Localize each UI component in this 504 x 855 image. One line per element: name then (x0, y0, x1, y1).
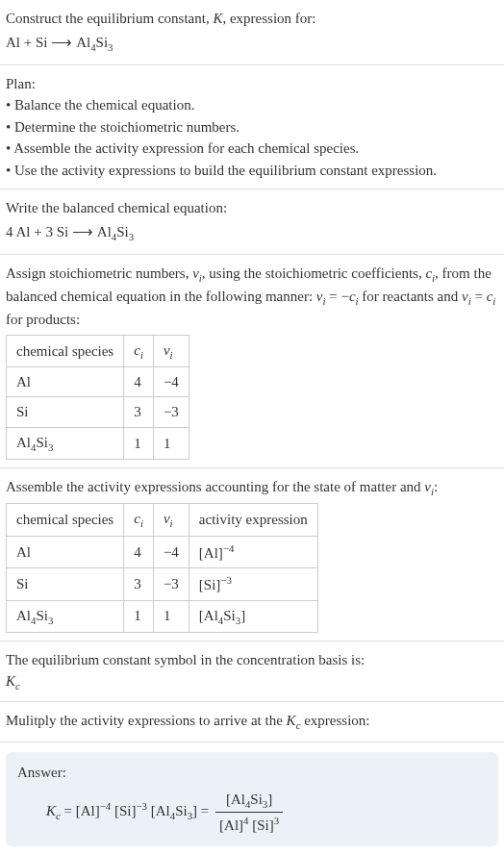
cell-c: 1 (124, 427, 154, 459)
col-species: chemical species (7, 504, 124, 536)
text: ] (267, 792, 272, 807)
text: = (471, 289, 487, 304)
fraction: [Al4Si3][Al]4 [Si]3 (215, 789, 283, 837)
text: Si (36, 608, 48, 623)
superscript: −3 (220, 574, 232, 586)
plan-item: Use the activity expressions to build th… (6, 160, 498, 182)
activity-table: chemical species ci νi activity expressi… (6, 503, 318, 632)
cell-species: Al (7, 366, 124, 397)
text: [Al (226, 792, 245, 807)
cell-nu: 1 (153, 600, 189, 632)
c-symbol: c (134, 342, 140, 358)
cell-nu: −3 (153, 568, 189, 601)
superscript: 4 (243, 815, 248, 826)
subscript: i (492, 295, 495, 307)
col-c: ci (124, 335, 154, 366)
text: Si (96, 35, 109, 50)
text: Si (223, 608, 236, 623)
text: , using the stoichiometric coefficients, (202, 265, 426, 281)
equals: = (61, 803, 76, 818)
text: Al (16, 608, 31, 623)
cell-nu: −4 (153, 366, 189, 397)
subscript: 3 (129, 231, 134, 242)
nu-symbol: ν (192, 265, 199, 281)
superscript: −4 (223, 542, 235, 554)
term: [Al] (76, 803, 100, 818)
text: Al (16, 435, 31, 450)
table-row: Al 4 −4 [Al]−4 (7, 536, 318, 568)
symbol-section: The equilibrium constant symbol in the c… (0, 641, 504, 703)
subscript: i (170, 349, 173, 361)
cell-c: 3 (124, 397, 154, 428)
text: for reactants and (359, 289, 462, 304)
text: [Al] (219, 817, 243, 833)
table-row: Si 3 −3 [Si]−3 (7, 568, 318, 601)
cell-nu: −3 (153, 397, 189, 428)
balanced-heading: Write the balanced chemical equation: (6, 197, 498, 219)
reaction-arrow: ⟶ (72, 224, 94, 239)
col-species: chemical species (7, 335, 124, 366)
k-symbol: K (6, 673, 15, 689)
text: Al (97, 224, 112, 239)
col-c: ci (124, 504, 154, 536)
reaction-arrow: ⟶ (51, 35, 73, 50)
reaction-rhs: Al4Si3 (97, 224, 134, 239)
cell-nu: −4 (153, 536, 189, 568)
cell-species: Si (7, 568, 124, 601)
plan-item: Assemble the activity expression for eac… (6, 138, 498, 160)
c-symbol: c (134, 511, 140, 526)
text: = − (325, 289, 348, 304)
reaction-lhs: Al + Si (6, 35, 47, 50)
nu-symbol: ν (462, 289, 468, 304)
stoich-section: Assign stoichiometric numbers, νi, using… (0, 255, 504, 468)
cell-species: Al4Si3 (7, 600, 124, 632)
text: Assemble the activity expressions accoun… (6, 479, 424, 494)
text: [Al] (199, 545, 223, 561)
col-nu: νi (153, 335, 189, 366)
reaction-rhs: Al4Si3 (76, 35, 113, 50)
superscript: −4 (100, 800, 112, 812)
prompt-line1: Construct the equilibrium constant, K, e… (6, 8, 498, 30)
subscript: 3 (48, 441, 53, 453)
plan-heading: Plan: (6, 73, 498, 95)
text: , expression for: (222, 11, 315, 26)
answer-label: Answer: (17, 762, 487, 784)
kc-symbol: Kc (6, 670, 498, 693)
cell-c: 3 (124, 568, 154, 601)
text: Si (36, 435, 48, 450)
balanced-reaction: 4 Al + 3 Si ⟶ Al4Si3 (6, 221, 498, 244)
superscript: 3 (274, 815, 279, 826)
cell-nu: 1 (153, 427, 189, 459)
cell-activity: [Si]−3 (189, 568, 317, 601)
text: Mulitply the activity expressions to arr… (6, 713, 287, 728)
text: [Al (199, 608, 218, 623)
col-nu: νi (153, 504, 189, 536)
k-symbol: K (213, 11, 222, 26)
text: [Si] (199, 577, 221, 592)
prompt-section: Construct the equilibrium constant, K, e… (0, 0, 504, 65)
answer-section: Answer: Kc = [Al]−4 [Si]−3 [Al4Si3] = [A… (0, 742, 504, 854)
table-header-row: chemical species ci νi activity expressi… (7, 504, 318, 536)
plan-section: Plan: Balance the chemical equation. Det… (0, 65, 504, 190)
denominator: [Al]4 [Si]3 (215, 813, 283, 837)
table-row: Al 4 −4 (7, 366, 189, 397)
subscript: c (15, 680, 20, 692)
balanced-section: Write the balanced chemical equation: 4 … (0, 189, 504, 255)
cell-species: Al (7, 536, 124, 568)
nu-symbol: ν (164, 511, 170, 526)
text: Si (116, 224, 129, 239)
text: ] (240, 608, 245, 623)
text: Si (175, 803, 188, 818)
term: [Al4Si3] (151, 803, 197, 818)
text: Construct the equilibrium constant, (6, 11, 213, 26)
subscript: 3 (48, 615, 53, 626)
text: for products: (6, 312, 80, 327)
subscript: i (140, 517, 143, 529)
symbol-line: The equilibrium constant symbol in the c… (6, 649, 498, 671)
subscript: i (170, 517, 173, 529)
cell-activity: [Al]−4 (189, 536, 317, 568)
kc-expression: Kc = [Al]−4 [Si]−3 [Al4Si3] = [Al4Si3][A… (17, 789, 487, 837)
cell-c: 4 (124, 536, 154, 568)
subscript: 3 (108, 41, 113, 53)
plan-item: Determine the stoichiometric numbers. (6, 116, 498, 138)
